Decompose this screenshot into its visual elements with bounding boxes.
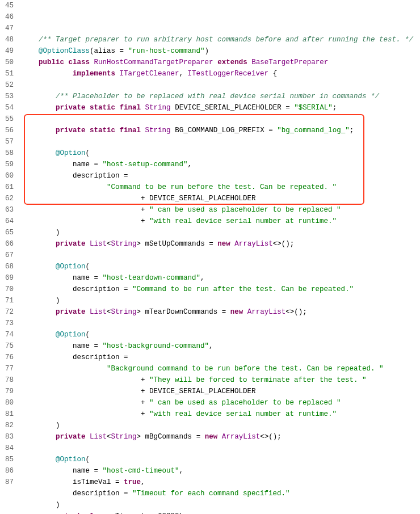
token: "host-setup-command": [103, 161, 188, 168]
token: @Option: [56, 456, 86, 464]
token: [217, 433, 222, 441]
code-line: @Option(: [22, 454, 420, 465]
line-number: 46: [0, 11, 14, 23]
code-line: ): [22, 420, 420, 431]
code-line: private List<String> mBgCommands = new A…: [22, 431, 420, 443]
token: name: [73, 274, 94, 282]
token: BG_COMMAND_LOG_PREFIX: [171, 127, 269, 134]
token: >: [137, 240, 141, 248]
token: mBgCommands: [141, 433, 196, 441]
token: [86, 104, 90, 112]
token: true: [124, 478, 141, 486]
line-number: 49: [0, 45, 14, 57]
token: =: [94, 161, 103, 168]
token: <: [107, 433, 111, 441]
token: "host-teardown-command": [103, 274, 201, 282]
line-number: 59: [0, 159, 14, 170]
line-number: 50: [0, 57, 14, 68]
token: private: [56, 433, 86, 441]
code-line: + " can be used as placeholder to be rep…: [22, 204, 420, 216]
token: List: [90, 433, 107, 441]
token: BaseTargetPreparer: [251, 58, 328, 66]
line-number: 75: [0, 340, 14, 352]
token: alias: [94, 47, 120, 55]
token: (: [86, 456, 90, 464]
token: <>();: [273, 240, 295, 248]
token: =: [124, 490, 132, 498]
token: static: [90, 104, 115, 112]
token: =: [222, 308, 230, 316]
code-line: public class RunHostCommandTargetPrepare…: [22, 57, 420, 68]
token: ArrayList: [247, 308, 286, 316]
code-content[interactable]: /** Target preparer to run arbitrary hos…: [17, 0, 420, 514]
token: private: [56, 104, 86, 112]
code-line: ): [22, 499, 420, 511]
code-line: description = "Timeout for each command …: [22, 488, 420, 499]
token: "bg_command_log_": [277, 127, 350, 134]
code-line: + DEVICE_SERIAL_PLACEHOLDER: [22, 193, 420, 204]
token: ArrayList: [222, 433, 261, 441]
code-line: + "They will be forced to terminate afte…: [22, 374, 420, 386]
code-line: description =: [22, 352, 420, 363]
token: +: [141, 195, 149, 203]
token: =: [196, 433, 205, 441]
token: =: [124, 285, 132, 293]
code-line: description = "Command to be run after t…: [22, 284, 420, 295]
token: =: [124, 353, 128, 361]
line-number: 85: [0, 454, 14, 465]
token: ): [205, 47, 209, 55]
token: @Option: [56, 263, 86, 271]
line-number: 54: [0, 102, 14, 113]
token: [243, 308, 247, 316]
token: "They will be forced to terminate after …: [149, 376, 367, 384]
token: @Option: [56, 149, 86, 157]
token: <>();: [260, 433, 282, 441]
token: +: [141, 206, 149, 214]
line-number: 69: [0, 272, 14, 284]
line-number: 79: [0, 386, 14, 397]
token: [90, 58, 94, 66]
token: "Command to be run after the test. Can b…: [132, 285, 354, 293]
line-number: 51: [0, 68, 14, 79]
line-number: 47: [0, 23, 14, 34]
code-viewer: 4546474849505152535455565758596061626364…: [0, 0, 420, 514]
token: private: [56, 127, 86, 134]
token: (: [86, 149, 90, 157]
code-line: /** Placeholder to be replaced with real…: [22, 91, 420, 102]
code-line: private List<String> mTearDownCommands =…: [22, 306, 420, 318]
code-line: name = "host-cmd-timeout",: [22, 465, 420, 477]
token: [115, 70, 120, 78]
code-line: [22, 250, 420, 261]
token: ITestLoggerReceiver: [188, 70, 269, 78]
token: private: [56, 240, 86, 248]
token: "Command to be run before the test. Can …: [107, 183, 337, 191]
token: [86, 433, 90, 441]
code-line: /** Target preparer to run arbitrary hos…: [22, 34, 420, 45]
line-number: 66: [0, 238, 14, 250]
token: DEVICE_SERIAL_PLACEHOLDER: [149, 387, 256, 395]
token: " can be used as placeholder to be repla…: [149, 206, 341, 214]
code-line: + " can be used as placeholder to be rep…: [22, 397, 420, 408]
token: name: [73, 467, 94, 475]
code-line: ): [22, 227, 420, 238]
token: ITargetCleaner: [120, 70, 179, 78]
token: description: [73, 285, 124, 293]
line-number: 80: [0, 397, 14, 408]
token: =: [94, 467, 103, 475]
line-number: 52: [0, 79, 14, 91]
code-line: [22, 318, 420, 329]
token: +: [141, 217, 149, 225]
code-line: + DEVICE_SERIAL_PLACEHOLDER: [22, 386, 420, 397]
token: ): [56, 297, 60, 305]
code-line: @Option(: [22, 261, 420, 272]
token: ,: [179, 467, 184, 475]
token: <: [107, 308, 111, 316]
code-line: @OptionClass(alias = "run-host-command"): [22, 45, 420, 57]
token: @Option: [56, 331, 86, 339]
token: String: [145, 104, 171, 112]
token: ,: [179, 70, 188, 78]
token: +: [141, 376, 149, 384]
token: ,: [209, 342, 213, 350]
token: isTimeVal: [73, 478, 115, 486]
line-number: 82: [0, 420, 14, 431]
